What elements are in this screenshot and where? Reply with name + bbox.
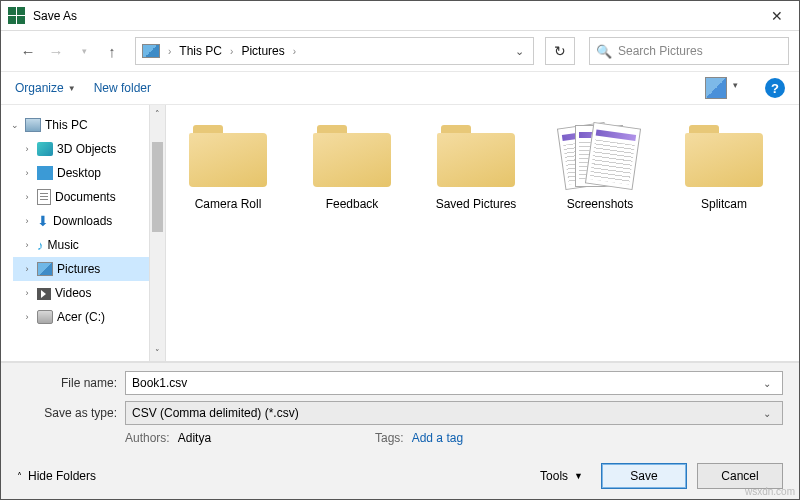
folder-icon <box>189 125 267 187</box>
3d-objects-icon <box>37 142 53 156</box>
tags-label: Tags: <box>375 431 404 445</box>
chevron-right-icon[interactable]: › <box>21 192 33 202</box>
scroll-up-icon[interactable]: ˄ <box>150 105 165 122</box>
chevron-right-icon[interactable]: › <box>164 46 175 57</box>
main-area: ⌄ This PC › 3D Objects › Desktop › <box>1 105 799 362</box>
titlebar: Save As ✕ <box>1 1 799 31</box>
chevron-down-icon[interactable]: ⌄ <box>758 408 776 419</box>
tree-item-pictures[interactable]: › Pictures <box>13 257 149 281</box>
search-placeholder: Search Pictures <box>618 44 703 58</box>
tree-item-3d-objects[interactable]: › 3D Objects <box>13 137 149 161</box>
pictures-icon <box>142 44 160 58</box>
nav-row: ← → ▾ ↑ › This PC › Pictures › ⌄ ↻ 🔍 Sea… <box>1 31 799 71</box>
chevron-down-icon[interactable]: ⌄ <box>758 378 776 389</box>
chevron-right-icon[interactable]: › <box>226 46 237 57</box>
up-button[interactable]: ↑ <box>101 40 123 62</box>
file-name-label: File name: <box>17 376 125 390</box>
hide-folders-button[interactable]: ˄ Hide Folders <box>17 469 96 483</box>
save-button[interactable]: Save <box>601 463 687 489</box>
breadcrumb[interactable]: This PC <box>175 44 226 58</box>
tree-this-pc[interactable]: ⌄ This PC <box>1 113 149 137</box>
folder-icon <box>685 125 763 187</box>
file-name-input[interactable]: Book1.csv ⌄ <box>125 371 783 395</box>
documents-icon <box>37 189 51 205</box>
save-as-dialog: Save As ✕ ← → ▾ ↑ › This PC › Pictures ›… <box>0 0 800 500</box>
chevron-down-icon: ▼ <box>68 84 76 93</box>
refresh-button[interactable]: ↻ <box>545 37 575 65</box>
forward-button[interactable]: → <box>45 40 67 62</box>
tags-input[interactable]: Add a tag <box>412 431 463 445</box>
chevron-right-icon[interactable]: › <box>21 264 33 274</box>
window-title: Save As <box>33 9 77 23</box>
tree-item-downloads[interactable]: › ⬇ Downloads <box>13 209 149 233</box>
excel-icon <box>7 7 25 25</box>
folder-icon <box>437 125 515 187</box>
save-type-select[interactable]: CSV (Comma delimited) (*.csv) ⌄ <box>125 401 783 425</box>
folder-item[interactable]: Saved Pictures <box>426 125 526 211</box>
chevron-right-icon[interactable]: › <box>21 312 33 322</box>
folder-item[interactable]: Splitcam <box>674 125 774 211</box>
search-icon: 🔍 <box>596 44 612 59</box>
pictures-icon <box>37 262 53 276</box>
tools-menu[interactable]: Tools ▼ <box>532 469 591 483</box>
view-mode-button[interactable] <box>705 77 727 99</box>
chevron-down-icon[interactable]: ⌄ <box>9 120 21 130</box>
breadcrumb[interactable]: Pictures <box>237 44 288 58</box>
organize-menu[interactable]: Organize▼ <box>15 81 76 95</box>
tree-item-videos[interactable]: › Videos <box>13 281 149 305</box>
scroll-down-icon[interactable]: ˅ <box>150 344 165 361</box>
tree-item-music[interactable]: › ♪ Music <box>13 233 149 257</box>
close-button[interactable]: ✕ <box>755 1 799 31</box>
chevron-right-icon[interactable]: › <box>289 46 300 57</box>
nav-tree[interactable]: ⌄ This PC › 3D Objects › Desktop › <box>1 105 149 361</box>
downloads-icon: ⬇ <box>37 214 49 228</box>
chevron-down-icon: ▼ <box>574 471 583 481</box>
scrollbar-thumb[interactable] <box>152 142 163 232</box>
tree-item-documents[interactable]: › Documents <box>13 185 149 209</box>
chevron-right-icon[interactable]: › <box>21 240 33 250</box>
recent-locations-dropdown[interactable]: ▾ <box>73 40 95 62</box>
help-button[interactable]: ? <box>765 78 785 98</box>
music-icon: ♪ <box>37 239 44 252</box>
chevron-right-icon[interactable]: › <box>21 288 33 298</box>
videos-icon <box>37 288 51 300</box>
chevron-right-icon[interactable]: › <box>21 216 33 226</box>
address-bar[interactable]: › This PC › Pictures › ⌄ <box>135 37 534 65</box>
tree-item-desktop[interactable]: › Desktop <box>13 161 149 185</box>
folder-item[interactable]: Screenshots <box>550 125 650 211</box>
folder-item[interactable]: Feedback <box>302 125 402 211</box>
desktop-icon <box>37 166 53 180</box>
address-history-dropdown[interactable]: ⌄ <box>509 45 529 58</box>
save-type-label: Save as type: <box>17 406 125 420</box>
watermark: wsxdn.com <box>745 486 795 497</box>
file-grid[interactable]: Camera Roll Feedback Saved Pictures Scre… <box>166 105 799 361</box>
chevron-right-icon[interactable]: › <box>21 168 33 178</box>
tree-scrollbar[interactable]: ˄ ˅ <box>149 105 166 361</box>
tree-item-drive-c[interactable]: › Acer (C:) <box>13 305 149 329</box>
save-form: File name: Book1.csv ⌄ Save as type: CSV… <box>1 362 799 453</box>
authors-label: Authors: <box>125 431 170 445</box>
pc-icon <box>25 118 41 132</box>
drive-icon <box>37 310 53 324</box>
chevron-up-icon: ˄ <box>17 471 22 482</box>
new-folder-button[interactable]: New folder <box>94 81 151 95</box>
folder-item[interactable]: Camera Roll <box>178 125 278 211</box>
folder-icon <box>313 125 391 187</box>
chevron-right-icon[interactable]: › <box>21 144 33 154</box>
screenshots-thumb-icon <box>561 125 639 187</box>
footer: ˄ Hide Folders Tools ▼ Save Cancel <box>1 453 799 499</box>
authors-value[interactable]: Aditya <box>178 431 211 445</box>
back-button[interactable]: ← <box>17 40 39 62</box>
search-input[interactable]: 🔍 Search Pictures <box>589 37 789 65</box>
toolbar: Organize▼ New folder ? <box>1 71 799 105</box>
